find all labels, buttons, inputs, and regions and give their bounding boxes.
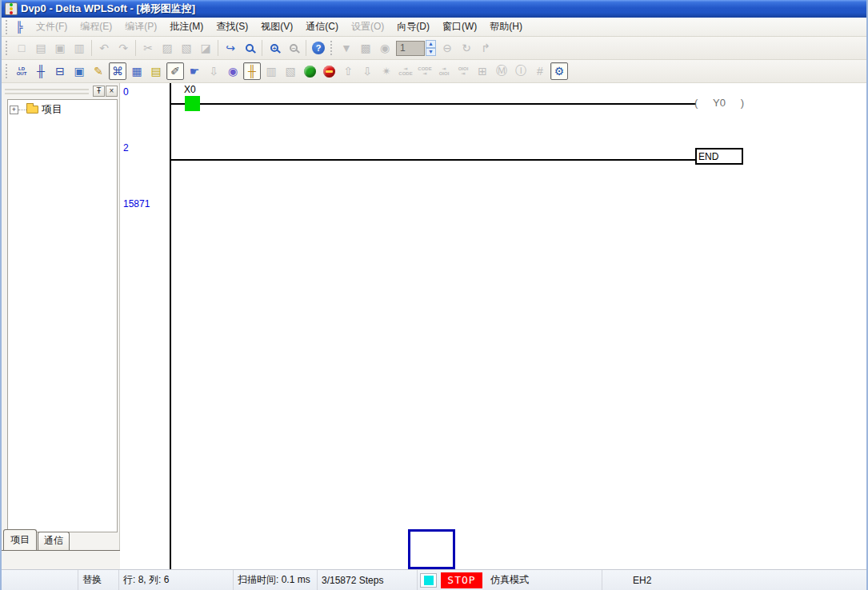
menu-view[interactable]: 视图(V)	[254, 18, 299, 36]
menu-help[interactable]: 帮助(H)	[483, 18, 529, 36]
download-program-icon[interactable]: ⇩	[358, 62, 376, 80]
erase-icon[interactable]: ◪	[197, 39, 214, 57]
help-glyph: ?	[312, 42, 325, 54]
from-instruction-icon[interactable]: OIOI⇥	[454, 62, 472, 80]
edit-mode-icon[interactable]: ✎	[90, 62, 107, 80]
coil-y0[interactable]: ( Y0 )	[694, 97, 744, 109]
device-monitor-icon[interactable]: ▥	[262, 62, 280, 80]
status-cursor-position: 行: 8, 列: 6	[119, 570, 234, 590]
edit-cursor[interactable]	[408, 529, 455, 569]
menu-window[interactable]: 窗口(W)	[436, 18, 483, 36]
download-monitor-icon[interactable]: ⇩	[205, 62, 222, 80]
to-instruction-icon[interactable]: ⇥OIOI	[435, 62, 453, 80]
flowchart-monitor-icon[interactable]: ⌘	[109, 62, 126, 80]
zoom-out-icon[interactable]: −	[285, 39, 302, 57]
hint-bulb-icon[interactable]: ◉	[224, 62, 242, 80]
tree-expand-icon[interactable]: +	[10, 106, 18, 114]
comm-monitor-icon[interactable]: ▣	[70, 62, 88, 80]
app-window: Dvp0 - Delta WPLSoft - [梯形图监控] ╠ 文件(F)编程…	[0, 0, 868, 590]
comm-indicator	[424, 576, 434, 585]
monitor-rows-icon[interactable]: ▼	[338, 39, 355, 57]
from-instruction-glyph: OIOI⇥	[458, 66, 469, 76]
toolbar-separator	[262, 40, 262, 56]
tab-project[interactable]: 项目	[3, 529, 37, 550]
ladder-view-icon[interactable]: ╫	[32, 62, 50, 80]
tab-comm[interactable]: 通信	[38, 532, 70, 550]
save-file-icon[interactable]: ▣	[51, 39, 69, 57]
zoom-in-icon[interactable]: +	[266, 39, 283, 57]
ladder-toolbar: LDOUT╫⊟▣✎⌘▦▤✐☛⇩◉╫▥▧⇧⇩✴⇥CODECODE⇥⇥OIOIOIO…	[2, 60, 866, 83]
edit-history-icon[interactable]: ▧	[282, 62, 299, 80]
close-icon[interactable]: ×	[106, 86, 118, 97]
contact-x0-on[interactable]	[185, 96, 200, 111]
tree-connector	[18, 110, 26, 110]
refresh-monitor-icon[interactable]: ↻	[458, 39, 475, 57]
paste-icon[interactable]: ▧	[178, 39, 195, 57]
menu-edit: 编程(E)	[74, 18, 118, 36]
comm-indicator-box	[420, 573, 437, 588]
register-editor-icon[interactable]: ⊞	[474, 62, 491, 80]
code-to-ladder-icon[interactable]: CODE⇥	[416, 62, 434, 80]
device-table-icon[interactable]: ▦	[128, 62, 146, 80]
instruction-view-icon[interactable]: LDOUT	[13, 62, 30, 80]
end-instruction[interactable]: END	[695, 148, 743, 165]
new-file-icon[interactable]: □	[13, 39, 30, 57]
ladder-monitor-icon[interactable]: ╫	[243, 62, 261, 80]
goto-step-icon[interactable]: ↪	[222, 39, 239, 57]
menu-wizard[interactable]: 向导(D)	[390, 18, 436, 36]
copy-icon[interactable]: ▨	[158, 39, 176, 57]
title-bar[interactable]: Dvp0 - Delta WPLSoft - [梯形图监控]	[2, 0, 866, 18]
return-view-icon[interactable]: ↱	[477, 39, 494, 57]
status-blank-cell	[2, 570, 78, 590]
toolbar-separator	[306, 40, 306, 56]
run-plc-icon[interactable]	[301, 62, 318, 80]
upload-program-icon[interactable]: ⇧	[339, 62, 357, 80]
find-icon[interactable]	[241, 39, 258, 57]
tree-node-label[interactable]: 项目	[42, 102, 62, 117]
force-device-icon[interactable]: ☛	[186, 62, 203, 80]
search-module-icon[interactable]: Ⓜ	[493, 62, 510, 80]
comment-edit-icon[interactable]: ▤	[147, 62, 165, 80]
row-count-up-icon[interactable]: ▲	[426, 40, 436, 48]
status-run-state: STOP	[441, 572, 482, 588]
search-ip-icon[interactable]: Ⓘ	[512, 62, 530, 80]
sfc-view-icon[interactable]: ⊟	[51, 62, 69, 80]
monitor-toolbar-grip[interactable]	[330, 41, 334, 55]
row-count-spinner: ▲▼	[396, 40, 436, 56]
row-count-input[interactable]	[396, 41, 425, 56]
ladder-to-code-icon[interactable]: ⇥CODE	[397, 62, 414, 80]
marker-tool-icon[interactable]: ✐	[166, 62, 184, 80]
sidebar-drag-grip[interactable]	[5, 89, 89, 94]
menu-items: 文件(F)编程(E)编译(P)批注(M)查找(S)视图(V)通信(C)设置(O)…	[30, 18, 529, 36]
to-instruction-glyph: ⇥OIOI	[439, 66, 450, 76]
row-count-down-icon[interactable]: ▼	[426, 48, 436, 56]
row-count-spin-buttons: ▲▼	[426, 40, 436, 56]
redo-icon[interactable]: ↷	[114, 39, 132, 57]
stop-plc-glyph	[323, 66, 335, 78]
ladder-editor[interactable]: 0 2 15871 X0 ( Y0 ) END	[120, 83, 866, 569]
menu-comment[interactable]: 批注(M)	[163, 18, 210, 36]
simulator-icon[interactable]: ⚙	[550, 62, 568, 80]
open-file-icon[interactable]: ▤	[32, 39, 50, 57]
menu-bar: ╠ 文件(F)编程(E)编译(P)批注(M)查找(S)视图(V)通信(C)设置(…	[2, 18, 866, 37]
mdi-child-icon[interactable]: ╠	[12, 21, 26, 33]
pin-icon[interactable]: Ŧ	[93, 86, 105, 97]
comm-setting-icon[interactable]: ✴	[378, 62, 395, 80]
menu-comm[interactable]: 通信(C)	[299, 18, 345, 36]
stop-plc-icon[interactable]	[320, 62, 338, 80]
ladder-toolbar-grip[interactable]	[6, 64, 10, 78]
print-icon[interactable]: ▥	[70, 39, 88, 57]
network-view-icon[interactable]: #	[531, 62, 549, 80]
toolbar-separator	[218, 40, 218, 56]
menu-search[interactable]: 查找(S)	[210, 18, 254, 36]
standard-toolbar-grip[interactable]	[6, 41, 10, 55]
undo-icon[interactable]: ↶	[95, 39, 113, 57]
pause-monitor-icon[interactable]: ⊖	[438, 39, 456, 57]
tree-node-project[interactable]: + 项目	[10, 103, 115, 116]
help-icon[interactable]: ?	[310, 39, 327, 57]
menu-grip[interactable]	[6, 20, 10, 34]
cut-icon[interactable]: ✂	[139, 39, 157, 57]
sample-timer-icon[interactable]: ◉	[376, 39, 394, 57]
monitor-setup-icon[interactable]: ▩	[357, 39, 374, 57]
step-number-0: 0	[123, 86, 129, 98]
